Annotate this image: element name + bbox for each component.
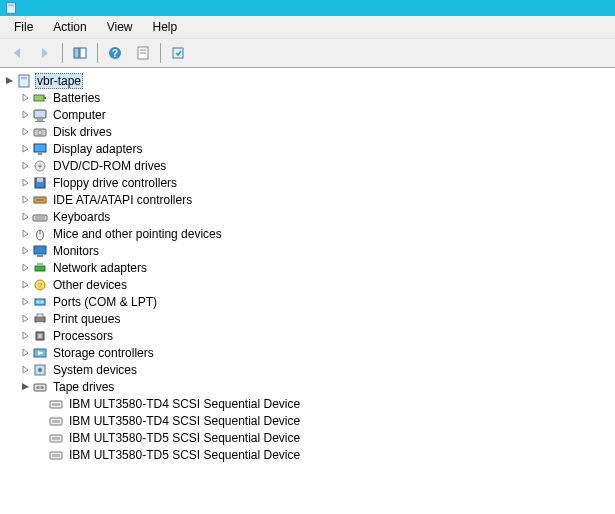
expand-icon[interactable] <box>20 331 30 341</box>
toolbar-separator <box>97 43 98 63</box>
tree-category[interactable]: Disk drives <box>4 123 615 140</box>
tape-drive-icon <box>32 379 48 395</box>
svg-marker-60 <box>23 145 28 152</box>
svg-marker-64 <box>23 213 28 220</box>
mouse-icon <box>32 226 48 242</box>
disk-icon <box>32 124 48 140</box>
root-label: vbr-tape <box>35 73 83 89</box>
device-label: IBM ULT3580-TD4 SCSI Sequential Device <box>67 397 302 411</box>
scan-icon <box>170 45 186 61</box>
tree-category[interactable]: IDE ATA/ATAPI controllers <box>4 191 615 208</box>
category-label: Print queues <box>51 312 122 326</box>
expand-icon[interactable] <box>20 280 30 290</box>
expand-icon[interactable] <box>20 127 30 137</box>
tree-category[interactable]: Storage controllers <box>4 344 615 361</box>
tree-category[interactable]: DVD/CD-ROM drives <box>4 157 615 174</box>
panel-icon <box>72 45 88 61</box>
back-button <box>4 40 30 66</box>
title-bar <box>0 0 615 16</box>
device-tree[interactable]: vbr-tape BatteriesComputerDisk drivesDis… <box>0 68 615 514</box>
expand-icon[interactable] <box>20 314 30 324</box>
expand-icon[interactable] <box>20 297 30 307</box>
toolbar-separator <box>160 43 161 63</box>
tree-category[interactable]: Print queues <box>4 310 615 327</box>
toolbar <box>0 39 615 68</box>
category-label: Mice and other pointing devices <box>51 227 224 241</box>
battery-icon <box>32 90 48 106</box>
tree-category[interactable]: Keyboards <box>4 208 615 225</box>
expand-icon[interactable] <box>20 195 30 205</box>
printer-icon <box>32 311 48 327</box>
tree-category[interactable]: Mice and other pointing devices <box>4 225 615 242</box>
tree-category[interactable]: Other devices <box>4 276 615 293</box>
category-label: Display adapters <box>51 142 144 156</box>
svg-marker-68 <box>23 281 28 288</box>
svg-marker-61 <box>23 162 28 169</box>
tree-category[interactable]: Batteries <box>4 89 615 106</box>
svg-marker-58 <box>23 111 28 118</box>
display-icon <box>32 141 48 157</box>
tree-category[interactable]: System devices <box>4 361 615 378</box>
forward-button <box>32 40 58 66</box>
expand-icon[interactable] <box>20 212 30 222</box>
optical-icon <box>32 158 48 174</box>
category-label: Floppy drive controllers <box>51 176 179 190</box>
show-hide-tree-button[interactable] <box>67 40 93 66</box>
tree-category[interactable]: Processors <box>4 327 615 344</box>
scan-hardware-button[interactable] <box>165 40 191 66</box>
collapse-icon[interactable] <box>20 382 30 392</box>
category-label: Batteries <box>51 91 102 105</box>
svg-marker-57 <box>23 94 28 101</box>
svg-marker-71 <box>23 332 28 339</box>
menu-file[interactable]: File <box>4 17 43 37</box>
expand-icon[interactable] <box>20 93 30 103</box>
tree-root[interactable]: vbr-tape <box>4 72 615 89</box>
svg-marker-59 <box>23 128 28 135</box>
svg-marker-66 <box>23 247 28 254</box>
cpu-icon <box>32 328 48 344</box>
floppy-icon <box>32 175 48 191</box>
category-label: DVD/CD-ROM drives <box>51 159 168 173</box>
expand-icon[interactable] <box>20 229 30 239</box>
svg-rect-54 <box>74 48 79 58</box>
device-label: IBM ULT3580-TD5 SCSI Sequential Device <box>67 448 302 462</box>
tape-device-icon <box>48 447 64 463</box>
expand-icon[interactable] <box>20 110 30 120</box>
collapse-icon[interactable] <box>4 76 14 86</box>
expand-icon[interactable] <box>20 246 30 256</box>
category-label: Monitors <box>51 244 101 258</box>
tree-device[interactable]: IBM ULT3580-TD4 SCSI Sequential Device <box>4 412 615 429</box>
expand-icon[interactable] <box>20 348 30 358</box>
tree-category[interactable]: Computer <box>4 106 615 123</box>
menu-help[interactable]: Help <box>143 17 188 37</box>
network-icon <box>32 260 48 276</box>
properties-button[interactable] <box>130 40 156 66</box>
tree-category-tape-drives[interactable]: Tape drives <box>4 378 615 395</box>
category-label: Keyboards <box>51 210 112 224</box>
arrow-right-icon <box>37 45 53 61</box>
expand-icon[interactable] <box>20 161 30 171</box>
tree-category[interactable]: Ports (COM & LPT) <box>4 293 615 310</box>
category-label: System devices <box>51 363 139 377</box>
arrow-left-icon <box>9 45 25 61</box>
svg-marker-67 <box>23 264 28 271</box>
expand-icon[interactable] <box>20 263 30 273</box>
tree-category[interactable]: Floppy drive controllers <box>4 174 615 191</box>
storage-icon <box>32 345 48 361</box>
tree-category[interactable]: Display adapters <box>4 140 615 157</box>
tree-device[interactable]: IBM ULT3580-TD5 SCSI Sequential Device <box>4 429 615 446</box>
tree-category[interactable]: Monitors <box>4 242 615 259</box>
expand-icon[interactable] <box>20 144 30 154</box>
monitor-icon <box>32 243 48 259</box>
svg-marker-69 <box>23 298 28 305</box>
expand-icon[interactable] <box>20 365 30 375</box>
menu-view[interactable]: View <box>97 17 143 37</box>
expand-icon[interactable] <box>20 178 30 188</box>
menu-action[interactable]: Action <box>43 17 96 37</box>
svg-marker-65 <box>23 230 28 237</box>
tree-category[interactable]: Network adapters <box>4 259 615 276</box>
category-label: Computer <box>51 108 108 122</box>
tree-device[interactable]: IBM ULT3580-TD4 SCSI Sequential Device <box>4 395 615 412</box>
tree-device[interactable]: IBM ULT3580-TD5 SCSI Sequential Device <box>4 446 615 463</box>
help-button[interactable] <box>102 40 128 66</box>
